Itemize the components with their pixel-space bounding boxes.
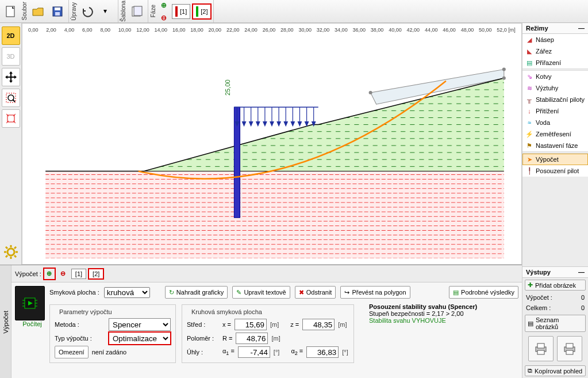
calc-tab-label: Výpočet : [15,270,41,277]
phase-tab-1[interactable]: [1] [172,4,190,19]
minimize-icon[interactable]: — [578,25,585,32]
reinf-icon: ≋ [525,84,533,92]
modes-header: Režimy— [522,23,588,34]
calc-type-select[interactable]: Optimalizace [109,332,171,345]
mode-item-přitížení[interactable]: ↓Přitížení [522,105,588,117]
delete-icon: ✖ [299,289,304,296]
print-button-2[interactable] [557,336,582,361]
view-2d-button[interactable]: 2D [2,26,20,45]
cut-icon: ◣ [525,47,533,55]
undo-button[interactable] [78,2,97,21]
detailed-results-button[interactable]: ▤Podrobné výsledky [449,286,518,299]
quake-icon: ⚡ [525,130,533,138]
save-file-button[interactable] [48,2,67,21]
mode-item-label: Nastavení fáze [536,142,578,149]
run-calc-label: Počítej [22,320,42,327]
svg-line-17 [14,255,16,257]
copy-view-button[interactable]: ⧉Kopírovat pohled [525,365,586,376]
mode-item-stabilizační-piloty[interactable]: ╥Stabilizační piloty [522,94,588,105]
surface-type-select[interactable]: kruhová [104,287,150,298]
template-label: Šablona [120,0,127,23]
radius-label: Poloměr : [187,335,219,342]
calc-tab-1[interactable]: [1] [71,269,86,279]
mode-list: ◢Násep◣Zářez▤Přiřazení⇘Kotvy≋Výztuhy╥Sta… [522,34,588,177]
redo-button[interactable]: ▾ [98,2,116,21]
canvas-area[interactable]: 0,002,004,006,008,0010,0012,0014,0016,00… [22,23,522,265]
left-tool-strip: 2D 3D [0,23,22,265]
svg-point-11 [7,249,14,255]
svg-rect-47 [566,343,573,348]
list-icon: ▤ [453,289,459,296]
alpha1-input[interactable] [238,346,270,358]
file-label: Soubor [21,1,28,21]
convert-polygon-button[interactable]: ↪Převést na polygon [340,286,410,299]
view-3d-button[interactable]: 3D [2,47,20,66]
mode-item-přiřazení[interactable]: ▤Přiřazení [522,57,588,68]
restrictions-button[interactable]: Omezení [55,346,89,358]
mode-item-label: Zářez [536,48,552,55]
svg-point-42 [502,77,506,80]
refresh-icon: ↻ [169,289,174,296]
mode-item-label: Výpočet [536,156,559,163]
mode-item-nastavení-fáze[interactable]: ⚑Nastavení fáze [522,140,588,151]
mode-item-výpočet[interactable]: ➤Výpočet [522,154,588,165]
mode-item-výztuhy[interactable]: ≋Výztuhy [522,82,588,94]
list-icon: ▤ [528,320,533,327]
output-count-total: Celkem :0 [522,303,588,313]
calc-remove-button[interactable]: ⊖ [57,268,69,280]
mode-item-zemětřesení[interactable]: ⚡Zemětřesení [522,128,588,140]
template-button[interactable] [128,2,146,21]
center-z-input[interactable] [302,319,335,330]
mode-item-násep[interactable]: ◢Násep [522,34,588,45]
phase-tab-2[interactable]: [2] [193,4,211,19]
mode-item-voda[interactable]: ≈Voda [522,117,588,128]
open-file-button[interactable] [29,2,47,21]
svg-rect-48 [566,350,573,354]
minimize-icon[interactable]: — [578,269,585,276]
phase-add-button[interactable]: ⊕ [159,0,169,10]
convert-icon: ↪ [344,289,349,296]
svg-rect-45 [537,350,544,354]
print-button-1[interactable] [528,336,554,361]
outputs-panel: Výstupy— ✚Přidat obrázek Výpočet :0 Celk… [522,266,588,378]
calc-add-button[interactable]: ⊕ [44,268,55,280]
center-x-input[interactable] [235,319,267,330]
result-line: Stupeň bezpečnosti = 2,17 > 2,00 [369,310,518,317]
mode-item-label: Kotvy [536,73,552,80]
mode-item-label: Přiřazení [536,59,561,66]
calc-tab-2[interactable]: [2] [89,269,103,279]
surface-label: Smyková plocha : [49,289,99,296]
svg-rect-2 [55,7,60,10]
svg-rect-23 [45,171,504,258]
zoom-extents-tool[interactable] [2,109,20,128]
delete-button[interactable]: ✖Odstranit [295,286,336,299]
mode-item-kotvy[interactable]: ⇘Kotvy [522,71,588,82]
bottom-panel: Výpočet Výpočet : ⊕ ⊖ [1] [2] Počítej Sm… [0,265,522,378]
edit-text-button[interactable]: ✎Upravit textově [232,286,290,299]
bottom-side-tab[interactable]: Výpočet [0,265,11,378]
settings-gear-button[interactable] [2,243,20,261]
mode-item-posouzení-pilot[interactable]: ╿Posouzení pilot [522,165,588,177]
pan-tool[interactable] [2,68,20,86]
phase-remove-button[interactable]: ⊖ [159,13,169,23]
image-list-button[interactable]: ▤Seznam obrázků [525,315,586,332]
radius-input[interactable] [236,333,268,344]
svg-text:▾: ▾ [103,7,107,15]
result-title: Posouzení stability svahu (Spencer) [369,303,518,310]
zoom-window-tool[interactable] [2,89,20,107]
method-select[interactable]: Spencer [109,318,171,331]
replace-graphically-button[interactable]: ↻Nahradit graficky [165,286,228,299]
svg-rect-44 [537,343,544,348]
mode-item-zářez[interactable]: ◣Zářez [522,45,588,57]
circle-fieldset: Kruhová smyková plocha Střed : x = [m] z… [182,304,354,363]
run-calc-button[interactable] [15,286,45,320]
new-file-button[interactable] [2,2,20,21]
alpha2-input[interactable] [306,346,339,358]
result-box: Posouzení stability svahu (Spencer) Stup… [369,303,518,363]
add-image-button[interactable]: ✚Přidat obrázek [525,280,586,291]
edit-label: Úpravy [70,1,78,22]
mode-item-label: Násep [536,36,554,43]
center-label: Střed : [187,321,219,328]
mode-item-label: Výztuhy [536,85,558,91]
top-toolbar: Soubor Úpravy ▾ Šablona Fáze ⊕ ⊖ [1] [2] [0,0,588,23]
